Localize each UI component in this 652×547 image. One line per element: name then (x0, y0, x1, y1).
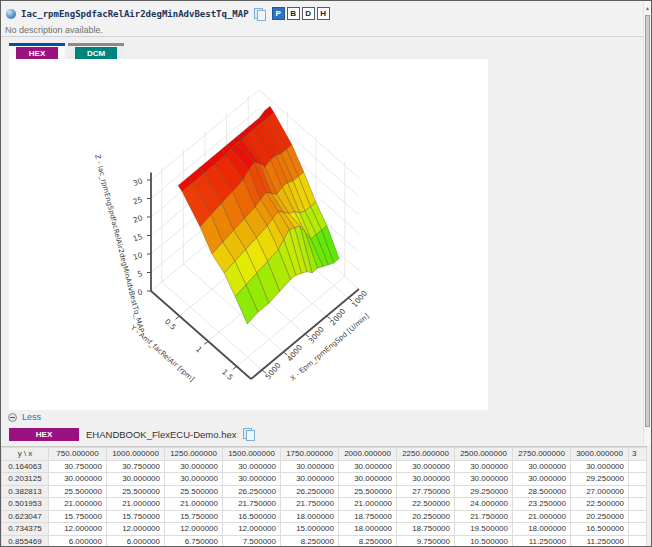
map-value-cell[interactable]: 30.750000 (49, 460, 107, 473)
map-value-cell[interactable]: 30.000000 (339, 473, 397, 486)
map-value-cell[interactable]: 11.250000 (571, 535, 629, 547)
row-header: 0.382813 (2, 485, 49, 498)
map-value-cell[interactable]: 12.000000 (49, 523, 107, 536)
svg-text:5000: 5000 (263, 361, 282, 382)
table-row: 0.38281325.50000025.50000025.50000026.25… (2, 485, 647, 498)
clipped-col-header: 3 (629, 448, 647, 461)
map-value-cell[interactable]: 6.000000 (107, 535, 165, 547)
copy-name-icon[interactable] (254, 8, 265, 20)
less-toggle[interactable]: Less (8, 412, 41, 422)
map-value-cell[interactable]: 20.250000 (571, 510, 629, 523)
map-value-cell[interactable]: 28.500000 (513, 485, 571, 498)
scroll-up-icon[interactable]: ▲ (644, 5, 651, 11)
table-row: 0.16406330.75000030.75000030.00000030.00… (2, 460, 647, 473)
map-value-cell[interactable]: 30.750000 (107, 460, 165, 473)
map-value-cell[interactable]: 30.000000 (281, 460, 339, 473)
table-row: 0.20312530.00000030.00000030.00000030.00… (2, 473, 647, 486)
tab-dcm[interactable]: DCM (68, 43, 124, 60)
view-button-p[interactable]: P (272, 7, 285, 20)
map-value-cell[interactable]: 12.000000 (165, 523, 223, 536)
map-value-cell[interactable]: 30.000000 (281, 473, 339, 486)
map-value-cell[interactable]: 20.250000 (397, 510, 455, 523)
map-value-cell[interactable]: 23.250000 (513, 498, 571, 511)
map-value-cell[interactable]: 30.000000 (49, 473, 107, 486)
map-value-cell[interactable]: 18.000000 (513, 523, 571, 536)
map-value-cell[interactable]: 22.500000 (397, 498, 455, 511)
map-value-cell[interactable]: 26.250000 (223, 485, 281, 498)
map-value-cell[interactable]: 18.750000 (339, 510, 397, 523)
map-value-cell[interactable]: 30.000000 (513, 460, 571, 473)
map-value-cell[interactable]: 18.000000 (281, 510, 339, 523)
copy-filename-icon[interactable] (243, 428, 254, 440)
map-value-cell[interactable]: 15.750000 (107, 510, 165, 523)
view-button-b[interactable]: B (287, 7, 300, 20)
map-value-cell[interactable]: 30.000000 (339, 460, 397, 473)
map-value-cell[interactable]: 21.000000 (49, 498, 107, 511)
map-header: Iac_rpmEngSpdfacRelAir2degMinAdvBestTq_M… (1, 1, 645, 37)
map-value-cell[interactable]: 30.000000 (571, 460, 629, 473)
col-header: 2250.000000 (397, 448, 455, 461)
map-value-cell[interactable]: 30.000000 (223, 460, 281, 473)
svg-text:20: 20 (132, 213, 144, 225)
map-value-cell[interactable]: 27.750000 (397, 485, 455, 498)
map-title: Iac_rpmEngSpdfacRelAir2degMinAdvBestTq_M… (21, 9, 249, 19)
map-value-cell[interactable]: 30.000000 (165, 473, 223, 486)
scrollbar-thumb[interactable] (645, 15, 650, 427)
map-value-cell[interactable]: 15.000000 (281, 523, 339, 536)
map-value-cell[interactable]: 21.750000 (455, 510, 513, 523)
map-value-cell[interactable]: 8.250000 (339, 535, 397, 547)
map-value-cell[interactable]: 24.000000 (455, 498, 513, 511)
map-value-cell[interactable]: 19.500000 (455, 523, 513, 536)
map-value-cell[interactable]: 7.500000 (223, 535, 281, 547)
map-value-cell[interactable]: 11.250000 (513, 535, 571, 547)
hex-badge: HEX (9, 428, 79, 441)
map-value-cell[interactable]: 30.000000 (513, 473, 571, 486)
svg-text:3000: 3000 (307, 325, 326, 346)
map-value-cell[interactable]: 25.500000 (165, 485, 223, 498)
map-value-cell[interactable]: 12.000000 (223, 523, 281, 536)
map-value-cell[interactable]: 15.750000 (165, 510, 223, 523)
map-value-cell[interactable]: 30.000000 (455, 473, 513, 486)
map-value-cell[interactable]: 15.750000 (49, 510, 107, 523)
map-value-cell[interactable]: 25.500000 (107, 485, 165, 498)
map-value-cell[interactable]: 30.000000 (455, 460, 513, 473)
map-value-cell[interactable]: 16.500000 (223, 510, 281, 523)
tab-hex[interactable]: HEX (9, 43, 65, 60)
map-value-cell[interactable]: 18.750000 (397, 523, 455, 536)
map-value-cell[interactable]: 29.250000 (455, 485, 513, 498)
map-value-table: y \ x 750.0000001000.0000001250.00000015… (1, 447, 647, 547)
vertical-scrollbar[interactable]: ▲ (643, 1, 651, 445)
map-value-cell[interactable]: 21.000000 (165, 498, 223, 511)
map-value-cell[interactable]: 6.000000 (49, 535, 107, 547)
row-header: 0.623047 (2, 510, 49, 523)
clipped-cell (629, 510, 647, 523)
map-value-cell[interactable]: 29.250000 (571, 473, 629, 486)
map-value-cell[interactable]: 30.000000 (397, 460, 455, 473)
map-value-cell[interactable]: 21.000000 (107, 498, 165, 511)
map-value-cell[interactable]: 8.250000 (281, 535, 339, 547)
col-header: 1750.000000 (281, 448, 339, 461)
view-button-d[interactable]: D (302, 7, 315, 20)
map-value-cell[interactable]: 26.250000 (281, 485, 339, 498)
map-value-cell[interactable]: 22.500000 (571, 498, 629, 511)
map-value-cell[interactable]: 6.750000 (165, 535, 223, 547)
map-value-cell[interactable]: 12.000000 (107, 523, 165, 536)
map-value-cell[interactable]: 30.000000 (223, 473, 281, 486)
map-value-cell[interactable]: 30.000000 (165, 460, 223, 473)
map-value-cell[interactable]: 18.000000 (339, 523, 397, 536)
map-value-cell[interactable]: 27.000000 (571, 485, 629, 498)
map-value-cell[interactable]: 21.000000 (339, 498, 397, 511)
view-button-h[interactable]: H (317, 7, 330, 20)
map-value-cell[interactable]: 21.000000 (513, 510, 571, 523)
map-value-cell[interactable]: 25.500000 (49, 485, 107, 498)
map-value-cell[interactable]: 30.000000 (107, 473, 165, 486)
map-value-cell[interactable]: 9.750000 (397, 535, 455, 547)
map-value-cell[interactable]: 16.500000 (571, 523, 629, 536)
map-value-cell[interactable]: 21.750000 (223, 498, 281, 511)
surface-plot-panel: 0510152025300.511.510002000300040005000Z… (9, 59, 488, 410)
map-value-cell[interactable]: 10.500000 (455, 535, 513, 547)
map-value-cell[interactable]: 25.500000 (339, 485, 397, 498)
map-value-cell[interactable]: 21.750000 (281, 498, 339, 511)
map-value-cell[interactable]: 30.000000 (397, 473, 455, 486)
surface-plot[interactable]: 0510152025300.511.510002000300040005000Z… (9, 59, 488, 410)
